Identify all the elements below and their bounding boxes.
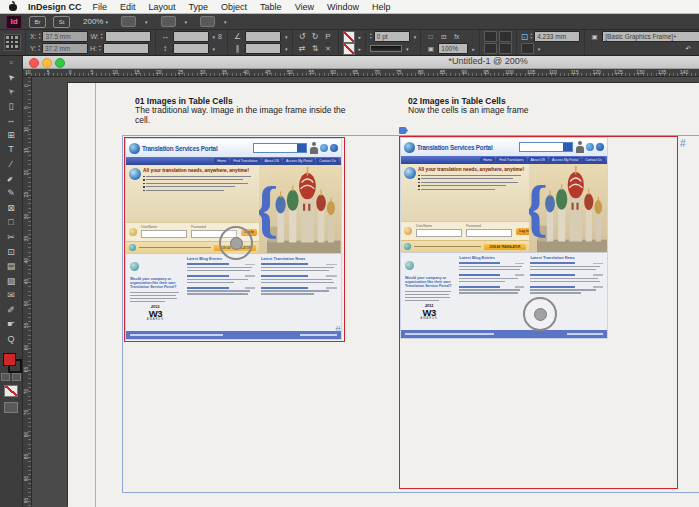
- menu-item[interactable]: Object: [221, 2, 247, 12]
- website-screenshot[interactable]: Translation Services Portal HomeFind Tra…: [401, 138, 607, 338]
- selection-tool[interactable]: ➤: [0, 70, 22, 85]
- rotate-cw-icon[interactable]: ↻: [310, 32, 321, 42]
- view-options-button[interactable]: [121, 16, 136, 27]
- scale-x-field[interactable]: [173, 31, 209, 42]
- clear-overrides-icon[interactable]: ↶: [683, 44, 694, 54]
- chevron-right-icon[interactable]: ▸: [472, 46, 475, 52]
- rotate-ccw-icon[interactable]: ↺: [297, 32, 308, 42]
- formatting-text-button[interactable]: [12, 373, 21, 381]
- menu-item[interactable]: Type: [189, 2, 209, 12]
- arrange-documents-button[interactable]: [200, 16, 215, 27]
- formatting-container-button[interactable]: [1, 373, 10, 381]
- page-tool[interactable]: ▯: [0, 99, 22, 114]
- reference-point-proxy[interactable]: [4, 34, 21, 51]
- chevron-down-icon[interactable]: ▾: [213, 46, 216, 52]
- zoom-tool[interactable]: Q: [0, 332, 22, 347]
- tools-panel-grip[interactable]: ≡: [0, 55, 22, 70]
- chevron-down-icon[interactable]: ▾: [406, 46, 409, 52]
- rectangle-frame-tool[interactable]: ⊠: [0, 201, 22, 216]
- menu-item[interactable]: Help: [372, 2, 391, 12]
- bridge-button[interactable]: Br: [29, 16, 46, 28]
- fill-swatch-none[interactable]: [343, 43, 355, 55]
- x-position-field[interactable]: 37.5 mm: [42, 31, 88, 42]
- website-screenshot-slot-2[interactable]: Translation Services Portal HomeFind Tra…: [401, 138, 607, 338]
- free-transform-tool[interactable]: ⊡: [0, 245, 22, 260]
- corner-options-icon[interactable]: □: [425, 32, 436, 42]
- shear-angle-field[interactable]: [245, 43, 281, 54]
- chevron-down-icon[interactable]: ▾: [414, 34, 417, 40]
- opacity-field[interactable]: 100%: [438, 43, 468, 54]
- scale-y-field[interactable]: [173, 43, 209, 54]
- y-position-field[interactable]: 37.2 mm: [42, 43, 88, 54]
- gap-size-field[interactable]: 4.233 mm: [534, 31, 580, 42]
- scissors-tool[interactable]: ✂: [0, 230, 22, 245]
- chevron-right-icon[interactable]: ▸: [359, 46, 362, 52]
- apply-none-button[interactable]: [4, 385, 18, 397]
- document-title-bar[interactable]: *Untitled-1 @ 200%: [22, 55, 699, 69]
- menu-item[interactable]: Layout: [149, 2, 176, 12]
- chevron-down-icon[interactable]: ▾: [213, 34, 216, 40]
- gradient-feather-tool[interactable]: ▧: [0, 274, 22, 289]
- fill-stroke-swatches[interactable]: [2, 352, 20, 370]
- screen-mode-toggle[interactable]: [4, 402, 18, 413]
- stepper-icon[interactable]: ▴▾: [38, 45, 40, 52]
- menu-item[interactable]: Window: [327, 2, 359, 12]
- wrap-button[interactable]: [499, 31, 512, 42]
- minimize-button[interactable]: [42, 58, 52, 68]
- close-button[interactable]: [29, 58, 39, 68]
- gradient-swatch-tool[interactable]: ▤: [0, 259, 22, 274]
- stroke-swatch-none[interactable]: [343, 31, 355, 43]
- stepper-icon[interactable]: ▴▾: [101, 33, 103, 40]
- menu-item[interactable]: Edit: [120, 2, 136, 12]
- drop-shadow-button[interactable]: [484, 31, 497, 42]
- wrap-options-button[interactable]: [484, 43, 497, 54]
- line-tool[interactable]: ∕: [0, 157, 22, 172]
- note-tool[interactable]: ✉: [0, 289, 22, 304]
- stock-button[interactable]: St: [53, 16, 70, 28]
- chevron-down-icon[interactable]: ▾: [285, 46, 288, 52]
- zoom-level-dropdown[interactable]: 200%▾: [83, 17, 108, 26]
- gap-tool[interactable]: ↔: [0, 113, 22, 128]
- object-style-dropdown[interactable]: [Basic Graphics Frame]+: [602, 31, 699, 42]
- menu-item[interactable]: Table: [260, 2, 282, 12]
- flip-vertical-icon[interactable]: ⇅: [310, 44, 321, 54]
- constrain-scale-icon[interactable]: 8: [218, 33, 222, 40]
- direct-selection-tool[interactable]: ➤: [0, 84, 22, 99]
- screen-mode-button[interactable]: [161, 16, 176, 27]
- stroke-weight-field[interactable]: 0 pt: [374, 31, 410, 42]
- content-collector-tool[interactable]: ⊞: [0, 128, 22, 143]
- menu-item[interactable]: View: [295, 2, 314, 12]
- clear-transform-icon[interactable]: ✕: [323, 44, 334, 54]
- chevron-right-icon[interactable]: ▸: [359, 34, 362, 40]
- rotation-angle-field[interactable]: [245, 31, 281, 42]
- fill-proxy-swatch[interactable]: [3, 353, 16, 366]
- pencil-tool[interactable]: ✎: [0, 186, 22, 201]
- vertical-ruler[interactable]: 05101520253035404550556065707580859095: [22, 68, 32, 507]
- height-field[interactable]: [103, 43, 149, 54]
- stepper-icon[interactable]: ▴▾: [39, 33, 41, 40]
- stroke-type-swatch[interactable]: [370, 45, 402, 52]
- stepper-icon[interactable]: ▴▾: [530, 33, 532, 40]
- stepper-icon[interactable]: ▴▾: [99, 45, 101, 52]
- width-field[interactable]: [105, 31, 151, 42]
- corner-shape-icon[interactable]: ⊡: [438, 32, 449, 42]
- horizontal-ruler[interactable]: 1050510152025303540455055606570758085909…: [22, 68, 699, 77]
- hand-tool[interactable]: ☛: [0, 318, 22, 333]
- effects-button[interactable]: fx: [451, 32, 462, 42]
- app-menu[interactable]: InDesign CC: [28, 2, 82, 12]
- zoom-button[interactable]: [55, 58, 65, 68]
- pen-tool[interactable]: ✒: [0, 172, 22, 187]
- menu-item[interactable]: File: [93, 2, 108, 12]
- stepper-icon[interactable]: ▴▾: [370, 33, 372, 40]
- type-tool[interactable]: T: [0, 143, 22, 158]
- frame-fitting-icon[interactable]: ⊡: [521, 32, 529, 42]
- document-canvas[interactable]: 01 Images in Table Cells The traditional…: [32, 77, 699, 507]
- flip-horizontal-icon[interactable]: ⇄: [297, 44, 308, 54]
- auto-fit-button[interactable]: [521, 43, 534, 54]
- chevron-down-icon[interactable]: ▾: [285, 34, 288, 40]
- eyedropper-tool[interactable]: ✐: [0, 303, 22, 318]
- rectangle-tool[interactable]: □: [0, 216, 22, 231]
- apple-icon[interactable]: [9, 2, 17, 11]
- wrap-edge-button[interactable]: [499, 43, 512, 54]
- chevron-down-icon[interactable]: ▾: [538, 46, 541, 52]
